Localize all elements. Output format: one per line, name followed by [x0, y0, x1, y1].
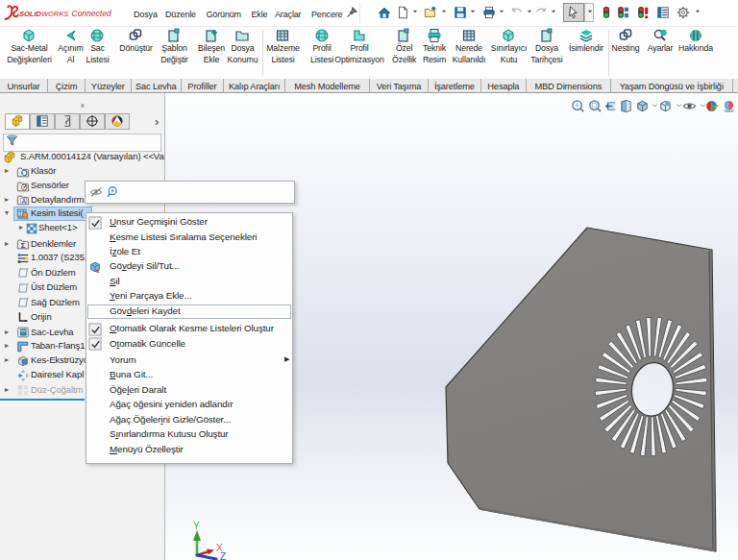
svg-text:Y: Y — [193, 521, 200, 531]
svg-text:SOLIDWORKS: SOLIDWORKS — [19, 10, 68, 18]
svg-text:x: x — [96, 267, 100, 274]
svg-text:Σ: Σ — [21, 241, 26, 250]
svg-text:Z: Z — [220, 551, 226, 560]
svg-text:Connected: Connected — [72, 9, 111, 18]
svg-text:A: A — [22, 198, 27, 205]
